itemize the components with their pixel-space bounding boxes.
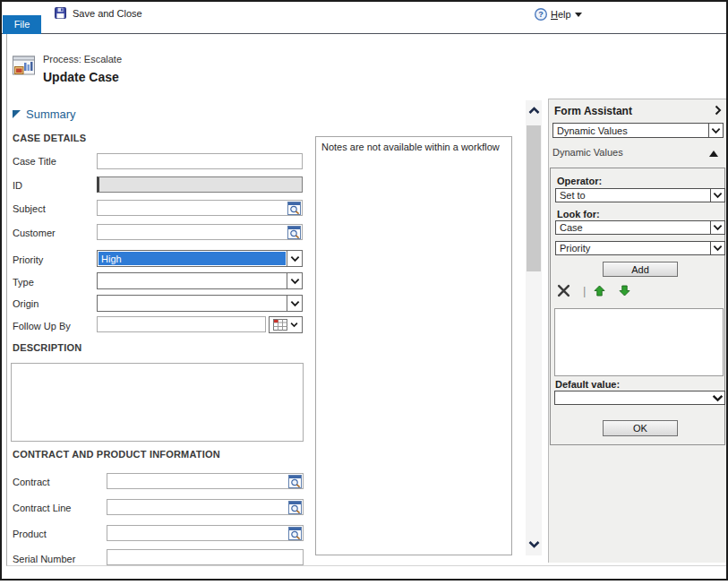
type-label: Type: [13, 277, 34, 288]
summary-toggle-label: Summary: [26, 108, 76, 121]
contract-line-input[interactable]: [107, 499, 304, 515]
save-and-close-button[interactable]: Save and Close: [55, 7, 142, 19]
type-chevron-icon[interactable]: [287, 273, 302, 288]
value-list-toolbar: |: [557, 284, 630, 297]
origin-select[interactable]: [97, 295, 303, 312]
origin-label: Origin: [13, 298, 39, 309]
ok-button[interactable]: OK: [603, 420, 678, 436]
form-scrollbar[interactable]: [526, 100, 542, 555]
look-for-attribute-select[interactable]: Priority: [555, 241, 725, 255]
collapse-triangle-icon: [13, 110, 21, 118]
delete-icon[interactable]: [557, 284, 570, 297]
dynamic-values-group: Operator: Set to Look for: Case Priority: [550, 168, 725, 445]
form-assistant-panel: Form Assistant Dynamic Values Dynamic Va…: [548, 99, 726, 563]
add-button[interactable]: Add: [603, 262, 678, 277]
operator-value: Set to: [560, 190, 586, 201]
look-for-attribute-value: Priority: [560, 243, 590, 254]
help-label: Help: [551, 9, 571, 20]
serial-number-label: Serial Number: [13, 554, 75, 564]
notes-message: Notes are not available within a workflo…: [321, 142, 500, 152]
default-value-label: Default value:: [555, 379, 620, 390]
dynamic-values-listbox[interactable]: [554, 308, 724, 376]
help-icon: ?: [535, 8, 547, 21]
dynamic-values-section-label: Dynamic Values: [552, 147, 623, 158]
look-for-entity-select[interactable]: Case: [555, 220, 725, 235]
scroll-down-icon[interactable]: [526, 536, 542, 552]
save-and-close-label: Save and Close: [73, 8, 142, 19]
toolbar-divider: [2, 33, 726, 34]
toolbar-divider: |: [583, 284, 586, 297]
product-label: Product: [13, 529, 47, 539]
subject-lookup-icon[interactable]: [287, 202, 301, 215]
form-assistant-title: Form Assistant: [554, 105, 632, 117]
customer-label: Customer: [13, 228, 56, 238]
assistant-pane-chevron-icon[interactable]: [708, 124, 723, 137]
look-for-label: Look for:: [557, 209, 600, 219]
contract-label: Contract: [13, 477, 50, 487]
section-collapse-icon[interactable]: [709, 151, 718, 157]
customer-input[interactable]: [97, 224, 303, 240]
contract-product-heading: CONTRACT AND PRODUCT INFORMATION: [13, 449, 220, 460]
contract-input[interactable]: [107, 473, 304, 489]
operator-select[interactable]: Set to: [555, 188, 725, 202]
scroll-up-icon[interactable]: [526, 102, 542, 118]
subject-label: Subject: [13, 203, 46, 214]
summary-section-toggle[interactable]: Summary: [13, 108, 76, 121]
priority-select[interactable]: High: [97, 250, 303, 267]
priority-selected-value: High: [98, 252, 286, 265]
id-input: [97, 176, 303, 193]
help-menu[interactable]: ? Help: [535, 8, 582, 21]
assistant-pane-value: Dynamic Values: [557, 125, 628, 136]
panel-collapse-icon[interactable]: [715, 105, 722, 116]
notes-panel: Notes are not available within a workflo…: [315, 136, 512, 555]
case-title-input[interactable]: [97, 153, 303, 169]
customer-lookup-icon[interactable]: [287, 226, 301, 239]
date-chevron-icon: [290, 322, 298, 328]
calendar-icon: [273, 319, 287, 331]
default-value-chevron-icon[interactable]: [710, 391, 724, 404]
entity-chevron-icon[interactable]: [710, 221, 724, 234]
scrollbar-thumb[interactable]: [527, 125, 541, 271]
move-up-icon[interactable]: [594, 285, 605, 297]
operator-chevron-icon[interactable]: [710, 189, 724, 202]
serial-number-input[interactable]: [107, 549, 304, 565]
priority-label: Priority: [13, 254, 43, 265]
contract-line-label: Contract Line: [13, 503, 71, 513]
operator-label: Operator:: [557, 176, 602, 186]
help-dropdown-caret-icon: [575, 13, 582, 17]
id-label: ID: [13, 180, 22, 191]
workflow-step-icon: [12, 55, 36, 78]
default-value-select[interactable]: [554, 391, 725, 405]
subject-input[interactable]: [97, 200, 303, 216]
description-textarea[interactable]: [11, 363, 304, 442]
contract-line-lookup-icon[interactable]: [288, 501, 302, 514]
follow-up-by-input[interactable]: [97, 316, 266, 332]
origin-chevron-icon[interactable]: [287, 296, 302, 311]
product-input[interactable]: [107, 525, 304, 541]
look-for-entity-value: Case: [560, 222, 583, 233]
contract-lookup-icon[interactable]: [288, 475, 302, 488]
svg-text:?: ?: [538, 10, 544, 19]
save-icon: [55, 7, 66, 19]
type-select[interactable]: [97, 272, 303, 289]
file-tab[interactable]: File: [3, 15, 41, 34]
product-lookup-icon[interactable]: [288, 527, 302, 540]
case-title-label: Case Title: [13, 156, 56, 167]
assistant-pane-select[interactable]: Dynamic Values: [552, 123, 724, 138]
description-heading: DESCRIPTION: [13, 342, 81, 353]
move-down-icon[interactable]: [619, 285, 630, 297]
page-title: Update Case: [43, 70, 119, 84]
priority-chevron-icon[interactable]: [287, 251, 302, 266]
attribute-chevron-icon[interactable]: [710, 242, 724, 254]
follow-up-by-label: Follow Up By: [13, 321, 71, 331]
case-details-heading: CASE DETAILS: [13, 133, 86, 143]
follow-up-by-date-picker[interactable]: [269, 316, 303, 333]
update-case-dialog: File Save and Close ? Help: [0, 0, 728, 585]
process-name: Process: Escalate: [43, 54, 122, 65]
